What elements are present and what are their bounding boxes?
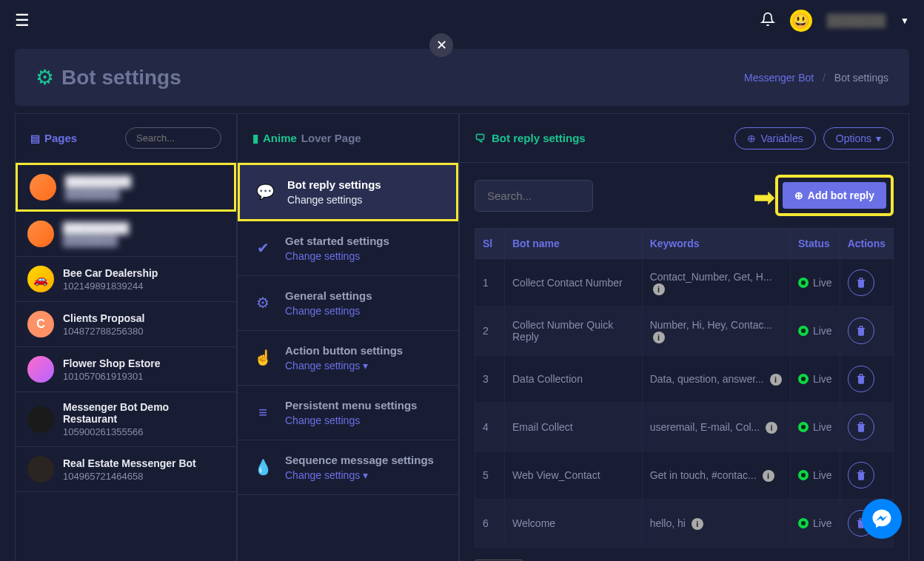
page-name: Messenger Bot Demo Restaurant [63, 401, 224, 425]
page-id: 105900261355566 [63, 426, 224, 437]
status-dot-icon [798, 422, 808, 432]
setting-item[interactable]: 💧 Sequence message settings Change setti… [238, 440, 458, 495]
selected-page-label: ▮ Anime Lover Page [252, 132, 361, 145]
th-keywords[interactable]: Keywords [642, 229, 790, 259]
row-action-button[interactable] [848, 462, 874, 488]
setting-title: Bot reply settings [287, 178, 381, 191]
sidebar-page-item[interactable]: █████████ ████████ [16, 163, 236, 212]
info-icon[interactable]: i [653, 283, 665, 295]
cell-sl: 1 [475, 259, 505, 307]
setting-item[interactable]: 💬 Bot reply settings Change settings [238, 163, 458, 221]
page-avatar [30, 174, 56, 201]
setting-icon: 💬 [255, 181, 275, 202]
cell-name: Collect Contact Number [505, 259, 643, 307]
th-name[interactable]: Bot name [505, 229, 643, 259]
page-id: 104965721464658 [63, 471, 196, 482]
bot-reply-table: Sl Bot name Keywords Status Actions 1 Co… [475, 228, 894, 548]
page-avatar [27, 356, 54, 383]
cell-actions [840, 355, 893, 403]
gears-icon: ⚙ [36, 65, 54, 90]
variables-button[interactable]: ⊕ Variables [734, 127, 815, 150]
page-name: █████████ [65, 175, 131, 187]
options-button[interactable]: Options ▾ [823, 127, 894, 150]
cell-actions [840, 403, 893, 451]
setting-link[interactable]: Change settings ▾ [285, 469, 434, 481]
cell-keywords: useremail, E-mail, Col... i [642, 403, 790, 451]
cell-status: Live [790, 355, 840, 403]
cell-actions [840, 307, 893, 355]
close-icon[interactable]: ✕ [429, 33, 453, 57]
cell-sl: 2 [475, 307, 505, 355]
table-row: 1 Collect Contact Number Contact_Number,… [475, 259, 894, 307]
page-avatar [27, 221, 54, 247]
setting-title: Action button settings [285, 344, 403, 357]
reply-search-input[interactable] [475, 180, 593, 212]
table-row: 6 Welcome hello, hi i Live [475, 500, 894, 548]
row-action-button[interactable] [848, 318, 874, 344]
cell-actions [840, 259, 893, 307]
table-row: 5 Web View_Contact Get in touch, #contac… [475, 451, 894, 500]
page-avatar [27, 406, 54, 433]
pages-icon: ▤ [30, 132, 40, 144]
info-icon[interactable]: i [692, 518, 703, 530]
status-dot-icon [798, 470, 808, 480]
setting-item[interactable]: ✔ Get started settings Change settings [238, 221, 458, 276]
row-action-button[interactable] [848, 366, 874, 392]
setting-icon: ⚙ [252, 292, 273, 313]
row-action-button[interactable] [848, 269, 874, 296]
cell-name: Email Collect [505, 403, 643, 451]
sidebar-page-item[interactable]: Real Estate Messenger Bot 10496572146465… [16, 447, 236, 492]
sidebar-page-item[interactable]: C Clients Proposal 104872788256380 [16, 302, 236, 347]
page-avatar [27, 456, 54, 483]
page-title: Bot settings [61, 66, 181, 90]
setting-item[interactable]: ≡ Persistent menu settings Change settin… [238, 386, 458, 440]
info-icon[interactable]: i [763, 470, 774, 482]
hamburger-icon[interactable]: ☰ [15, 11, 30, 30]
page-id: ████████ [63, 235, 129, 246]
highlight-arrow: ➡ [753, 182, 775, 213]
th-actions[interactable]: Actions [840, 229, 893, 259]
setting-link[interactable]: Change settings [285, 305, 372, 317]
info-icon[interactable]: i [770, 374, 782, 386]
page-name: █████████ [63, 222, 129, 234]
add-bot-reply-button[interactable]: ⊕ Add bot reply [783, 182, 886, 209]
setting-title: General settings [285, 289, 372, 302]
user-dropdown-caret[interactable]: ▼ [900, 16, 909, 26]
th-sl[interactable]: Sl [475, 229, 505, 259]
info-icon[interactable]: i [766, 422, 777, 434]
pages-search-input[interactable] [125, 127, 221, 149]
cell-keywords: Number, Hi, Hey, Contac... i [642, 307, 790, 355]
setting-link[interactable]: Change settings [285, 250, 389, 262]
page-header: ⚙ Bot settings Messenger Bot / Bot setti… [15, 49, 909, 106]
setting-icon: ☝ [252, 347, 273, 368]
sidebar-page-item[interactable]: █████████ ████████ [16, 212, 236, 257]
cell-status: Live [790, 403, 840, 451]
setting-item[interactable]: ☝ Action button settings Change settings… [238, 331, 458, 386]
breadcrumb: Messenger Bot / Bot settings [744, 72, 888, 84]
setting-link[interactable]: Change settings [285, 414, 417, 426]
cell-sl: 6 [475, 500, 505, 548]
row-action-button[interactable] [848, 414, 874, 440]
page-id: ████████ [65, 189, 131, 200]
breadcrumb-link[interactable]: Messenger Bot [744, 72, 814, 84]
setting-item[interactable]: ⚙ General settings Change settings [238, 276, 458, 331]
cell-status: Live [790, 451, 840, 500]
setting-link[interactable]: Change settings ▾ [285, 360, 403, 372]
sidebar-page-item[interactable]: Flower Shop Estore 101057061919301 [16, 347, 236, 392]
setting-link[interactable]: Change settings [287, 194, 381, 206]
messenger-fab[interactable] [862, 499, 902, 539]
table-row: 2 Collect Number Quick Reply Number, Hi,… [475, 307, 894, 355]
sidebar-page-item[interactable]: 🚗 Bee Car Dealership 102149891839244 [16, 257, 236, 302]
page-id: 101057061919301 [63, 371, 160, 382]
sidebar-page-item[interactable]: Messenger Bot Demo Restaurant 1059002613… [16, 392, 236, 447]
setting-title: Persistent menu settings [285, 399, 417, 411]
bell-icon[interactable] [760, 12, 775, 30]
info-icon[interactable]: i [653, 332, 665, 343]
page-id: 104872788256380 [63, 326, 144, 337]
setting-title: Get started settings [285, 235, 389, 247]
avatar-icon: 😃 [790, 10, 812, 32]
th-status[interactable]: Status [790, 229, 840, 259]
cell-status: Live [790, 500, 840, 548]
page-name: Clients Proposal [63, 312, 144, 324]
cell-name: Data Collection [505, 355, 643, 403]
